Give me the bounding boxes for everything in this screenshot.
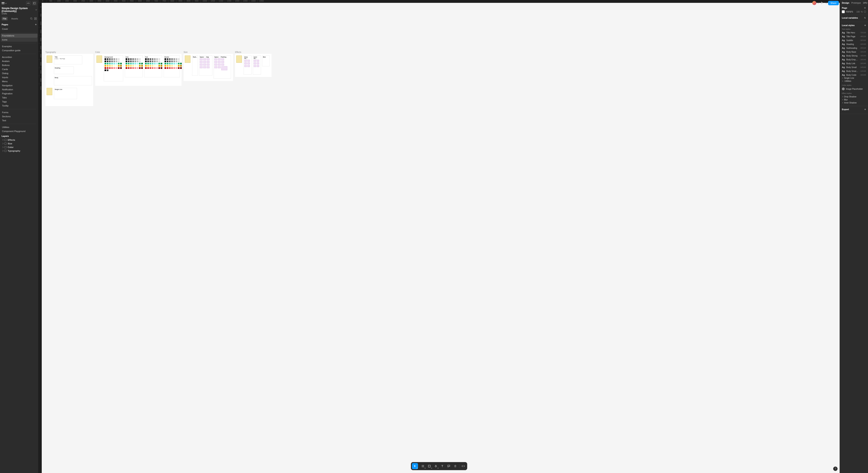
text-style-item[interactable]: AgBody Strong · 16/140 <box>842 54 866 57</box>
bg-hex-value[interactable]: F5F5F5 <box>846 11 855 13</box>
present-button[interactable] <box>820 1 825 5</box>
page-inputs[interactable]: Inputs <box>1 75 37 79</box>
frame-label-typography[interactable]: Typography <box>45 51 56 53</box>
page-text[interactable]: Text <box>1 119 37 123</box>
comment-tool[interactable] <box>446 463 452 469</box>
page-tooltip[interactable]: Tooltip <box>1 104 37 108</box>
frame-label-size[interactable]: Size <box>184 51 187 53</box>
project-title[interactable]: Simple Design System (Community) <box>0 6 38 12</box>
add-component-icon[interactable] <box>34 18 37 20</box>
add-export-button[interactable]: + <box>864 108 866 111</box>
ai-button[interactable]: A↯ <box>26 1 31 5</box>
tab-design[interactable]: Design <box>842 2 849 4</box>
text-style-item[interactable]: AgBody Link · 16/140 <box>842 62 866 65</box>
page-dialog[interactable]: Dialog <box>1 71 37 75</box>
page-avatars[interactable]: Avatars <box>1 59 37 63</box>
sticky-note[interactable] <box>236 56 242 63</box>
local-styles-header: Local styles <box>842 24 855 27</box>
card-blur: Blur <box>263 56 269 58</box>
page-cards[interactable]: Cards <box>1 67 37 71</box>
text-style-item[interactable]: AgBody Base · 16/140 <box>842 50 866 54</box>
text-style-item[interactable]: AgSubtitle · 32/120 <box>842 39 866 42</box>
page-component-playground[interactable]: Component Playground <box>1 129 37 133</box>
avatar[interactable] <box>812 1 816 5</box>
add-page-button[interactable]: + <box>35 23 37 26</box>
page-notification[interactable]: Notification <box>1 88 37 92</box>
frame-label-effects[interactable]: Effects <box>235 51 241 53</box>
page-navigation[interactable]: Navigation <box>1 83 37 88</box>
tab-prototype[interactable]: Prototype <box>851 2 861 4</box>
tab-file[interactable]: File <box>2 17 8 21</box>
page-tags[interactable]: Tags <box>1 100 37 104</box>
layer-typography[interactable]: Typography <box>0 149 38 153</box>
layer-color[interactable]: Color <box>0 145 38 149</box>
color-style-image-placeholder[interactable]: Image Placeholder <box>842 87 866 91</box>
style-group-utilities[interactable]: .Utilities <box>842 79 866 82</box>
add-style-button[interactable]: + <box>864 24 866 27</box>
layer-size[interactable]: Size <box>0 142 38 145</box>
canvas[interactable]: Typography Title e Hero Title Page Headi… <box>42 3 840 473</box>
left-sidebar: A↯ Simple Design System (Community) Draf… <box>0 0 38 473</box>
effect-style-blur[interactable]: Blur <box>842 98 866 101</box>
page-foundations[interactable]: Foundations <box>1 34 37 38</box>
text-style-item[interactable]: AgBody Code · 16/100 <box>842 73 866 76</box>
tab-assets[interactable]: Assets <box>10 17 19 21</box>
page-cover[interactable]: Cover <box>1 27 37 31</box>
text-style-item[interactable]: AgBody Small Strong · 14/140 <box>842 69 866 73</box>
settings-icon[interactable] <box>864 7 866 9</box>
frame-tool[interactable] <box>420 463 426 469</box>
page-composition-guide[interactable]: Composition guide <box>1 48 37 53</box>
page-forms[interactable]: Forms <box>1 110 37 114</box>
text-style-item[interactable]: AgHeading · 24/120 <box>842 42 866 46</box>
card-inner-shadow: Inner Sh... <box>254 56 260 59</box>
project-location[interactable]: Drafts <box>0 12 38 16</box>
chevron-down-icon[interactable] <box>817 2 819 4</box>
bg-color-swatch[interactable] <box>842 10 845 13</box>
visibility-toggle-icon[interactable] <box>864 11 866 13</box>
search-icon[interactable] <box>30 18 33 20</box>
bg-opacity-value[interactable]: 100 <box>856 11 860 13</box>
effect-style-drop-shadow[interactable]: Drop Shadow <box>842 95 866 98</box>
sticky-note[interactable] <box>96 56 102 63</box>
page-utilities[interactable]: Utilities <box>1 125 37 129</box>
effect-styles-subheader: Effect styles <box>842 92 866 94</box>
page-icons[interactable]: Icons <box>1 38 37 42</box>
help-button[interactable]: ? <box>833 467 838 471</box>
shape-tool[interactable] <box>426 463 432 469</box>
dev-mode-toggle[interactable] <box>460 463 466 469</box>
text-style-item[interactable]: AgSubheading · 20/120 <box>842 46 866 49</box>
text-style-item[interactable]: AgTitle Page · 48/120 <box>842 35 866 38</box>
zoom-control[interactable]: 14% <box>863 2 868 4</box>
page-buttons[interactable]: Buttons <box>1 63 37 67</box>
main-menu-button[interactable] <box>2 2 6 5</box>
style-group-single-line[interactable]: Single Line <box>842 76 866 79</box>
chevron-down-icon[interactable] <box>825 2 827 4</box>
svg-point-15 <box>865 8 865 8</box>
move-tool[interactable] <box>412 463 418 469</box>
text-style-item[interactable]: AgTitle Hero · 72/120 <box>842 31 866 34</box>
ruler-vertical: 0500100015002000250030003500400045005000 <box>38 3 42 473</box>
text-tool[interactable] <box>439 463 445 469</box>
variables-settings-icon[interactable] <box>864 17 866 19</box>
page-examples[interactable]: Examples <box>1 44 37 48</box>
pen-tool[interactable] <box>433 463 439 469</box>
sticky-note[interactable] <box>46 56 52 63</box>
layer-effects[interactable]: Effects <box>0 138 38 142</box>
frame-label-color[interactable]: Color <box>95 51 100 53</box>
text-style-item[interactable]: AgBody Emphasis · 16/140 <box>842 58 866 61</box>
text-styles-subheader: Text styles <box>842 28 866 30</box>
share-button[interactable]: Share <box>828 1 839 5</box>
sticky-note[interactable] <box>46 88 52 95</box>
panel-toggle-button[interactable] <box>32 1 37 5</box>
page-tabs[interactable]: Tabs <box>1 96 37 100</box>
card-gap: Space → Gap <box>200 56 212 58</box>
effect-style-inner-shadow[interactable]: Inner Shadow <box>842 101 866 104</box>
text-style-item[interactable]: AgBody Small · 14/140 <box>842 66 866 69</box>
sticky-note[interactable] <box>185 56 190 63</box>
page-menu[interactable]: Menu <box>1 79 37 83</box>
page-accordion[interactable]: Accordion <box>1 55 37 59</box>
page-pagination[interactable]: Pagination <box>1 92 37 96</box>
actions-tool[interactable] <box>452 463 458 469</box>
canvas-area[interactable]: 0500100015002000250030003500400045005000… <box>38 0 840 473</box>
page-sections[interactable]: Sections <box>1 114 37 119</box>
